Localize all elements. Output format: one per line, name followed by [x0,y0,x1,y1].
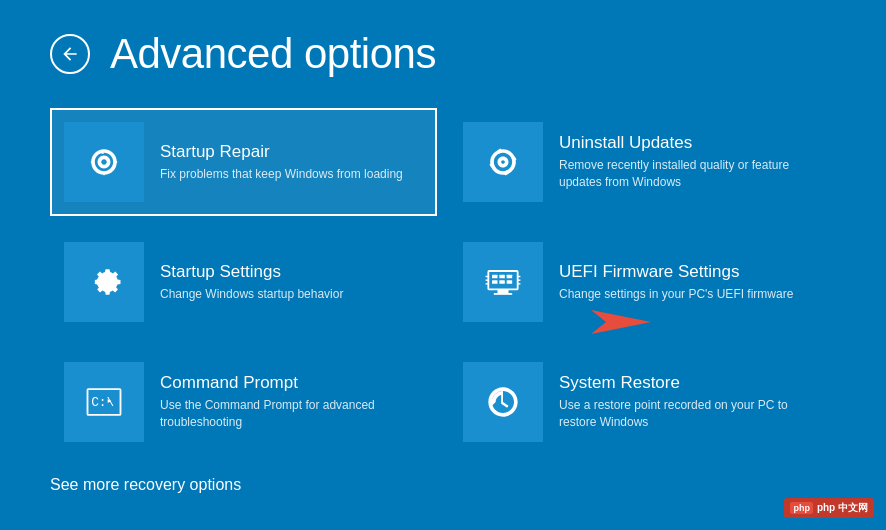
page-title: Advanced options [110,30,436,78]
startup-repair-text: Startup Repair Fix problems that keep Wi… [160,142,423,183]
startup-settings-title: Startup Settings [160,262,423,282]
option-startup-settings[interactable]: Startup Settings Change Windows startup … [50,228,437,336]
startup-repair-desc: Fix problems that keep Windows from load… [160,166,423,183]
header: Advanced options [50,30,836,78]
uefi-firmware-icon-bg [463,242,543,322]
option-uninstall-updates[interactable]: Uninstall Updates Remove recently instal… [449,108,836,216]
watermark-php: php [790,502,813,514]
command-prompt-icon: C:\ [82,380,126,424]
system-restore-title: System Restore [559,373,822,393]
startup-settings-desc: Change Windows startup behavior [160,286,423,303]
command-prompt-title: Command Prompt [160,373,423,393]
svg-rect-7 [498,289,509,293]
startup-settings-text: Startup Settings Change Windows startup … [160,262,423,303]
command-prompt-icon-bg: C:\ [64,362,144,442]
startup-settings-icon [82,260,126,304]
uninstall-updates-text: Uninstall Updates Remove recently instal… [559,133,822,191]
system-restore-icon-bg [463,362,543,442]
option-uefi-firmware[interactable]: UEFI Firmware Settings Change settings i… [449,228,836,336]
startup-repair-icon-bg [64,122,144,202]
uefi-firmware-text: UEFI Firmware Settings Change settings i… [559,262,822,303]
uninstall-updates-title: Uninstall Updates [559,133,822,153]
command-prompt-desc: Use the Command Prompt for advanced trou… [160,397,423,431]
svg-rect-1 [492,275,498,279]
option-startup-repair[interactable]: Startup Repair Fix problems that keep Wi… [50,108,437,216]
options-grid: Startup Repair Fix problems that keep Wi… [50,108,836,456]
system-restore-icon [481,380,525,424]
startup-settings-icon-bg [64,242,144,322]
uninstall-updates-desc: Remove recently installed quality or fea… [559,157,822,191]
svg-rect-6 [507,280,513,284]
uefi-firmware-icon [481,260,525,304]
option-system-restore[interactable]: System Restore Use a restore point recor… [449,348,836,456]
svg-rect-4 [492,280,498,284]
system-restore-text: System Restore Use a restore point recor… [559,373,822,431]
uefi-firmware-desc: Change settings in your PC's UEFI firmwa… [559,286,822,303]
svg-rect-5 [499,280,505,284]
startup-repair-title: Startup Repair [160,142,423,162]
option-command-prompt[interactable]: C:\ Command Prompt Use the Command Promp… [50,348,437,456]
back-icon [60,44,80,64]
watermark: php php 中文网 [784,498,874,518]
svg-rect-2 [499,275,505,279]
system-restore-desc: Use a restore point recorded on your PC … [559,397,822,431]
see-more-link[interactable]: See more recovery options [50,476,836,494]
watermark-text: php 中文网 [817,501,868,515]
command-prompt-text: Command Prompt Use the Command Prompt fo… [160,373,423,431]
uefi-firmware-title: UEFI Firmware Settings [559,262,822,282]
back-button[interactable] [50,34,90,74]
uninstall-updates-icon-bg [463,122,543,202]
startup-repair-custom-icon-final [82,140,126,184]
svg-rect-8 [494,293,512,295]
uninstall-updates-icon [481,140,525,184]
page-container: Advanced options Startup Repair Fix prob… [0,0,886,530]
svg-rect-3 [507,275,513,279]
svg-text:C:\: C:\ [91,395,114,410]
